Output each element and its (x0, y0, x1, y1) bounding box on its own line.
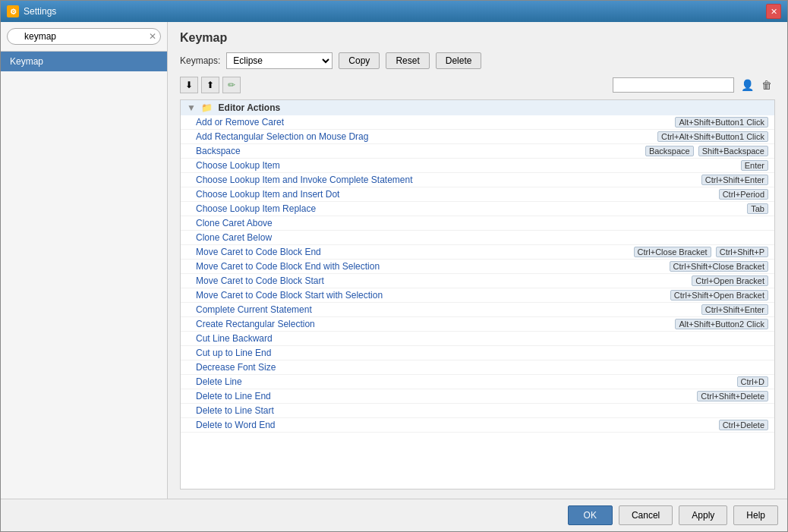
title-bar: ⚙ Settings ✕ (1, 1, 787, 22)
expand-icon: ⬇ (185, 80, 193, 90)
edit-button[interactable]: ✏ (222, 77, 241, 93)
action-shortcut: Enter (537, 159, 774, 173)
table-row[interactable]: Move Caret to Code Block Start Ctrl+Open… (181, 274, 774, 288)
action-name: Cut Line Backward (181, 332, 537, 346)
close-button[interactable]: ✕ (766, 4, 781, 19)
table-row[interactable]: Choose Lookup Item and Insert Dot Ctrl+P… (181, 187, 774, 202)
help-button[interactable]: Help (733, 505, 778, 525)
action-name: Create Rectangular Selection (181, 317, 537, 332)
action-name: Choose Lookup Item Replace (181, 202, 537, 216)
section-toggle-icon: ▼ (187, 102, 196, 113)
action-icons: 👤 🗑 (739, 77, 775, 93)
table-row[interactable]: Add Rectangular Selection on Mouse Drag … (181, 130, 774, 144)
reset-button[interactable]: Reset (386, 52, 429, 69)
action-shortcut: Ctrl+D (537, 375, 774, 389)
user-icon[interactable]: 👤 (739, 77, 755, 93)
table-row[interactable]: Move Caret to Code Block End Ctrl+Close … (181, 245, 774, 260)
action-shortcut: Ctrl+Shift+Close Bracket (537, 260, 774, 274)
table-row[interactable]: Delete Line Ctrl+D (181, 375, 774, 389)
trash-icon[interactable]: 🗑 (758, 77, 775, 93)
keymap-row: Keymaps: Eclipse Copy Reset Delete (180, 52, 775, 69)
action-shortcut (537, 231, 774, 245)
table-row[interactable]: Move Caret to Code Block End with Select… (181, 260, 774, 274)
table-row[interactable]: Create Rectangular Selection Alt+Shift+B… (181, 317, 774, 332)
table-row[interactable]: Add or Remove Caret Alt+Shift+Button1 Cl… (181, 115, 774, 130)
action-shortcut (537, 346, 774, 360)
table-row[interactable]: Delete to Word End Ctrl+Delete (181, 418, 774, 433)
action-name: Cut up to Line End (181, 346, 537, 360)
copy-button[interactable]: Copy (339, 52, 380, 69)
action-name: Decrease Font Size (181, 360, 537, 375)
filter-search: 👤 🗑 (613, 77, 775, 93)
collapse-all-button[interactable]: ⬆ (201, 77, 219, 93)
action-shortcut: Backspace Shift+Backspace (537, 144, 774, 159)
window-title: Settings (24, 6, 761, 17)
table-row[interactable]: Move Caret to Code Block Start with Sele… (181, 288, 774, 303)
action-shortcut (537, 404, 774, 418)
action-shortcut: Ctrl+Shift+Open Bracket (537, 288, 774, 303)
expand-all-button[interactable]: ⬇ (180, 77, 198, 93)
table-row[interactable]: Choose Lookup Item Enter (181, 159, 774, 173)
sidebar-item-keymap[interactable]: Keymap (1, 52, 167, 71)
edit-icon: ✏ (228, 80, 235, 90)
action-name: Delete to Line Start (181, 404, 537, 418)
action-name: Delete to Word End (181, 418, 537, 433)
delete-button[interactable]: Delete (436, 52, 482, 69)
table-row[interactable]: Delete to Line End Ctrl+Shift+Delete (181, 389, 774, 404)
action-name: Move Caret to Code Block End with Select… (181, 260, 537, 274)
action-shortcut: Ctrl+Shift+Delete (537, 389, 774, 404)
table-row[interactable]: Cut up to Line End (181, 346, 774, 360)
cancel-button[interactable]: Cancel (619, 505, 673, 525)
footer: OK Cancel Apply Help (1, 499, 787, 531)
action-shortcut: Ctrl+Open Bracket (537, 274, 774, 288)
sidebar-search-input[interactable] (7, 28, 161, 45)
folder-icon: 📁 (201, 102, 213, 113)
action-shortcut: Alt+Shift+Button1 Click (537, 115, 774, 130)
app-icon: ⚙ (7, 5, 19, 17)
panel-title: Keymap (180, 31, 775, 45)
toolbar-row: ⬇ ⬆ ✏ 👤 🗑 (180, 77, 775, 93)
main-panel: Keymap Keymaps: Eclipse Copy Reset Delet… (168, 22, 787, 499)
table-row[interactable]: Cut Line Backward (181, 332, 774, 346)
section-header-editor-actions: ▼ 📁 Editor Actions (181, 100, 774, 115)
ok-button[interactable]: OK (568, 505, 613, 525)
table-row[interactable]: Choose Lookup Item Replace Tab (181, 202, 774, 216)
action-shortcut: Ctrl+Shift+Enter (537, 173, 774, 187)
table-row[interactable]: Delete to Line Start (181, 404, 774, 418)
action-name: Backspace (181, 144, 537, 159)
sidebar: 🔍 ✕ Keymap (1, 22, 168, 499)
keymap-select[interactable]: Eclipse (226, 52, 333, 69)
action-name: Delete to Line End (181, 389, 537, 404)
sidebar-search-container: 🔍 ✕ (1, 22, 167, 52)
keymaps-label: Keymaps: (180, 55, 220, 66)
action-name: Add Rectangular Selection on Mouse Drag (181, 130, 537, 144)
table-row[interactable]: Clone Caret Above (181, 216, 774, 231)
content-area: 🔍 ✕ Keymap Keymap Keymaps: Eclipse (1, 22, 787, 499)
apply-button[interactable]: Apply (679, 505, 727, 525)
search-clear-icon[interactable]: ✕ (149, 31, 156, 42)
section-label: Editor Actions (219, 102, 281, 113)
table-row[interactable]: Complete Current Statement Ctrl+Shift+En… (181, 303, 774, 317)
action-name: Add or Remove Caret (181, 115, 537, 130)
keymap-select-wrapper: Eclipse (226, 52, 333, 69)
action-shortcut: Ctrl+Close Bracket Ctrl+Shift+P (537, 245, 774, 260)
keybindings-table-container[interactable]: ▼ 📁 Editor Actions Add or Remove Caret A… (180, 99, 775, 490)
table-row[interactable]: Choose Lookup Item and Invoke Complete S… (181, 173, 774, 187)
table-row[interactable]: Backspace Backspace Shift+Backspace (181, 144, 774, 159)
action-name: Delete Line (181, 375, 537, 389)
action-name: Choose Lookup Item and Invoke Complete S… (181, 173, 537, 187)
settings-window: ⚙ Settings ✕ 🔍 ✕ Keymap Keymap Keymaps: (0, 0, 788, 532)
action-name: Clone Caret Below (181, 231, 537, 245)
search-wrapper: 🔍 ✕ (7, 28, 161, 45)
collapse-icon: ⬆ (206, 80, 214, 90)
action-shortcut: Alt+Shift+Button2 Click (537, 317, 774, 332)
action-shortcut: Tab (537, 202, 774, 216)
action-name: Move Caret to Code Block End (181, 245, 537, 260)
filter-input[interactable] (613, 77, 734, 93)
action-name: Move Caret to Code Block Start with Sele… (181, 288, 537, 303)
table-row[interactable]: Decrease Font Size (181, 360, 774, 375)
table-row[interactable]: Clone Caret Below (181, 231, 774, 245)
action-name: Choose Lookup Item (181, 159, 537, 173)
action-name: Complete Current Statement (181, 303, 537, 317)
keybindings-table: ▼ 📁 Editor Actions Add or Remove Caret A… (181, 100, 774, 433)
